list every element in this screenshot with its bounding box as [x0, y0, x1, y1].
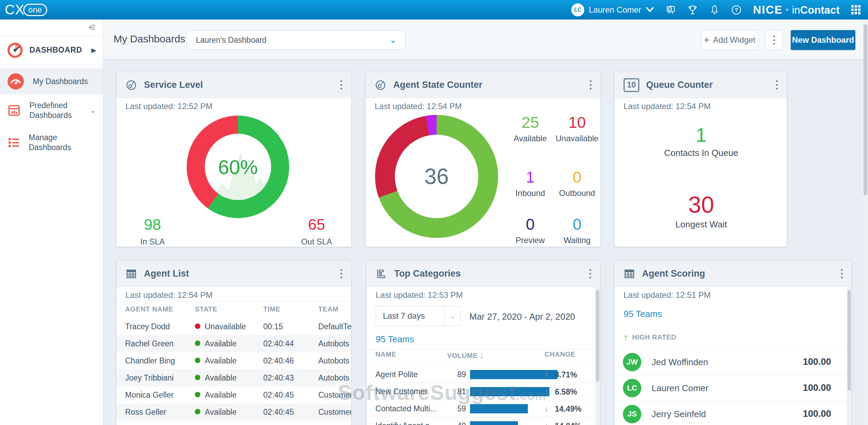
agent-name: Ross Geller — [125, 408, 166, 417]
cxone-logo-one: one — [23, 4, 47, 16]
sort-high-rated[interactable]: ↑ HIGH RATED — [624, 332, 676, 343]
chevron-down-icon[interactable]: ⌄ — [90, 106, 96, 115]
agent-state: Available — [205, 356, 237, 366]
widget-kebab-icon[interactable] — [340, 269, 342, 278]
widget-scrollbar[interactable] — [847, 287, 852, 425]
agent-state-total: 36 — [424, 164, 449, 189]
page-title: My Dashboards — [113, 33, 185, 45]
stat-value: 0 — [550, 168, 601, 186]
agent-state: Available — [205, 373, 237, 383]
widget-agent-scoring: Agent Scoring Last updated: 12:51 PM 95 … — [614, 261, 852, 425]
widget-service-level: Service Level Last updated: 12:52 PM 60%… — [116, 72, 351, 247]
col-header-change[interactable]: CHANGE — [545, 350, 575, 358]
sidebar-item-predefined-dashboards[interactable]: Predefined Dashboards ⌄ — [0, 96, 103, 125]
agent-row: Chandler Bing Available 02:40:46 Autobot… — [117, 352, 351, 369]
trophy-icon[interactable] — [687, 5, 698, 15]
change-arrow-icon: ↑ — [545, 370, 549, 379]
agent-row: Monica Geller Available 02:40:45 Custome… — [117, 386, 351, 403]
page-scrollbar[interactable] — [863, 19, 868, 425]
widget-kebab-icon[interactable] — [776, 80, 778, 90]
agent-state-donut-chart: 36 — [375, 115, 498, 238]
teams-link[interactable]: 95 Teams — [624, 309, 662, 319]
widget-header: Agent Scoring — [615, 261, 852, 287]
col-header-time[interactable]: TIME — [263, 305, 280, 313]
change-arrow-icon: ↓ — [545, 421, 549, 425]
agent-time: 02:40:44 — [263, 339, 294, 348]
widget-title: Agent Scoring — [642, 268, 841, 279]
help-icon[interactable]: ? — [731, 5, 742, 15]
agent-time: 02:40:45 — [263, 390, 294, 400]
collapse-sidebar-icon[interactable] — [86, 24, 95, 31]
plus-icon: + — [704, 34, 710, 46]
sort-label: HIGH RATED — [632, 333, 676, 341]
sidebar-item-manage-dashboards[interactable]: Manage Dashboards — [0, 131, 103, 154]
dashboard-select[interactable]: Lauren's Dashboard ⌄ — [187, 30, 405, 50]
sidebar-section-dashboard[interactable]: DASHBOARD ▶ — [0, 36, 103, 65]
agent-state: Available — [205, 408, 237, 417]
widget-title: Queue Counter — [646, 80, 776, 90]
agent-team: Customer Service — [318, 408, 351, 417]
presentation-icon[interactable] — [666, 5, 676, 15]
category-volume: 81 — [428, 387, 466, 396]
page-scrollbar-thumb[interactable] — [864, 24, 867, 195]
user-name: Lauren Comer — [589, 5, 641, 15]
col-header-name[interactable]: NAME — [375, 350, 396, 358]
col-header-state[interactable]: STATE — [195, 305, 217, 313]
sidebar-section-label: DASHBOARD — [29, 45, 91, 55]
teams-link[interactable]: 95 Teams — [376, 334, 414, 345]
agent-row: Joey Tribbiani Available 02:40:43 Autobo… — [117, 369, 351, 386]
last-updated: Last updated: 12:53 PM — [376, 290, 463, 300]
change-arrow-icon: ↑ — [545, 387, 549, 396]
widget-kebab-icon[interactable] — [589, 269, 591, 278]
widget-header: 10 Queue Counter — [615, 72, 787, 98]
app-launcher-grid-icon[interactable] — [851, 5, 860, 14]
volume-bar — [470, 421, 518, 425]
state-dot — [195, 323, 200, 329]
widget-scrollbar[interactable] — [595, 287, 600, 425]
category-row: New Customer 81 ↑ 6.58% — [367, 383, 600, 400]
add-widget-button[interactable]: + Add Widget — [701, 30, 758, 50]
col-header-team[interactable]: TEAM — [318, 305, 338, 313]
cxone-logo[interactable]: CX one — [5, 2, 47, 17]
last-updated: Last updated: 12:54 PM — [375, 102, 462, 111]
state-dot — [195, 358, 200, 363]
agent-name: Rachel Green — [125, 339, 174, 348]
notifications-bell-icon[interactable] — [709, 5, 720, 15]
incontact-wordmark: inContact — [792, 4, 840, 16]
col-header-agent-name[interactable]: AGENT NAME — [125, 305, 173, 313]
new-dashboard-label: New Dashboard — [792, 35, 854, 45]
category-volume: 89 — [428, 370, 466, 379]
widget-top-categories: Top Categories Last updated: 12:53 PM La… — [366, 261, 600, 425]
user-menu[interactable]: LC Lauren Comer — [571, 3, 654, 16]
dashboard-options-kebab-button[interactable] — [765, 30, 783, 50]
gauge-icon — [125, 79, 137, 91]
widget-kebab-icon[interactable] — [841, 269, 843, 278]
agent-time: 02:40:43 — [263, 373, 294, 383]
sidebar-item-label: Predefined Dashboards — [29, 101, 90, 120]
agent-time: 02:40:46 — [263, 356, 294, 366]
sidebar-item-my-dashboards[interactable]: My Dashboards — [0, 68, 103, 94]
widget-kebab-icon[interactable] — [590, 80, 591, 90]
page-header: My Dashboards Lauren's Dashboard ⌄ + Add… — [103, 19, 868, 59]
arrow-up-icon: ↑ — [624, 332, 628, 343]
date-range-select[interactable]: Last 7 days ⌄ — [376, 306, 460, 326]
widget-kebab-icon[interactable] — [340, 80, 342, 90]
agent-team: Autobots — [318, 339, 351, 348]
widget-title: Top Categories — [394, 268, 589, 279]
widget-header: Service Level — [117, 72, 351, 98]
stat-preview: 0 Preview — [503, 215, 558, 245]
scoring-row: JW Jed Woffinden 100.00 — [615, 349, 852, 375]
longest-wait-label: Longest Wait — [650, 219, 752, 230]
new-dashboard-button[interactable]: New Dashboard — [791, 30, 855, 50]
dashboard-select-value: Lauren's Dashboard — [196, 36, 390, 45]
col-header-volume[interactable]: VOLUME ↓ — [447, 350, 484, 360]
stat-label: Inbound — [503, 188, 558, 198]
agent-score: 100.00 — [803, 383, 831, 393]
cxone-dashboard-app: CX one LC Lauren Comer — [0, 0, 868, 425]
last-updated: Last updated: 12:54 PM — [624, 102, 711, 111]
volume-bar — [470, 404, 528, 413]
nice-logo-square — [786, 9, 788, 11]
out-sla-value: 65 — [291, 216, 342, 234]
widget-header: Agent State Counter — [366, 72, 600, 98]
stat-unavailable: 10 Unavailable — [550, 113, 601, 143]
